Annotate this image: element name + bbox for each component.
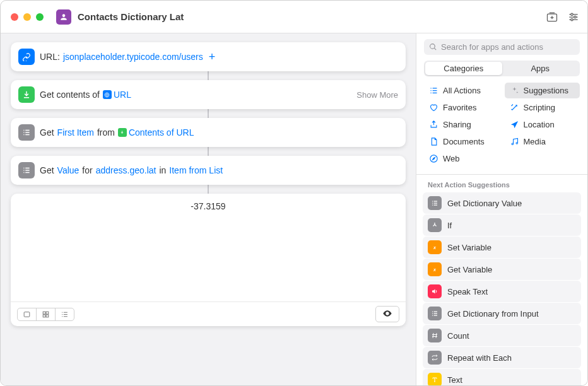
branch-icon <box>428 218 442 232</box>
search-icon <box>429 43 437 51</box>
suggestion-if[interactable]: If <box>423 214 581 236</box>
contents-variable-token[interactable]: Contents of URL <box>118 127 194 137</box>
svg-point-7 <box>571 13 573 15</box>
svg-rect-1 <box>24 312 30 317</box>
category-web[interactable]: Web <box>424 151 500 167</box>
url-value[interactable]: jsonplaceholder.typicode.com/users <box>63 52 203 62</box>
action-get-value[interactable]: Get Value for address.geo.lat in Item fr… <box>11 156 406 185</box>
keypath-token[interactable]: address.geo.lat <box>96 165 156 175</box>
category-media[interactable]: Media <box>505 134 580 149</box>
speaker-icon <box>428 284 442 298</box>
tab-apps[interactable]: Apps <box>502 62 579 75</box>
view-grid-button[interactable] <box>36 308 55 320</box>
svg-point-9 <box>571 18 573 20</box>
safari-icon <box>429 154 438 163</box>
add-url-button[interactable]: + <box>206 50 218 64</box>
repeat-icon <box>428 351 442 365</box>
list-icon <box>18 162 35 178</box>
minimize-window-button[interactable] <box>23 13 31 21</box>
suggestion-set-variable[interactable]: xSet Variable <box>423 237 581 258</box>
svg-point-8 <box>574 16 576 18</box>
result-value: -37.3159 <box>11 194 406 301</box>
web-icon <box>103 90 112 99</box>
suggestion-get-variable[interactable]: xGet Variable <box>423 259 581 280</box>
action-url[interactable]: URL: jsonplaceholder.typicode.com/users … <box>11 42 406 71</box>
connector <box>208 185 209 194</box>
result-panel: -37.3159 <box>11 194 406 326</box>
view-single-button[interactable] <box>18 308 36 320</box>
category-location[interactable]: Location <box>505 117 580 132</box>
share-icon <box>429 120 438 129</box>
suggestion-count[interactable]: Count <box>423 325 581 346</box>
svg-rect-3 <box>46 312 49 314</box>
close-window-button[interactable] <box>11 13 18 21</box>
library-toggle-button[interactable] <box>546 11 558 23</box>
window-controls <box>11 13 44 21</box>
settings-button[interactable] <box>567 11 580 23</box>
action-get-contents[interactable]: Get contents of URL Show More <box>11 80 406 109</box>
view-mode-segment <box>17 308 74 321</box>
suggestion-repeat-with-each[interactable]: Repeat with Each <box>423 347 581 368</box>
action-label: URL: <box>40 52 60 62</box>
type-token[interactable]: Value <box>57 165 79 175</box>
quick-look-button[interactable] <box>375 306 399 322</box>
category-sharing[interactable]: Sharing <box>424 117 500 132</box>
source-variable-token[interactable]: Item from List <box>169 165 223 175</box>
svg-text:x: x <box>433 267 437 272</box>
search-input[interactable]: Search for apps and actions <box>424 39 580 55</box>
category-documents[interactable]: Documents <box>424 134 500 149</box>
workflow-canvas: URL: jsonplaceholder.typicode.com/users … <box>1 33 416 385</box>
category-scripting[interactable]: Scripting <box>505 100 580 115</box>
var-icon: x <box>428 262 442 276</box>
suggestions-header: Next Action Suggestions <box>416 175 587 192</box>
connector <box>208 147 209 156</box>
var-icon: x <box>428 240 442 254</box>
nav-icon <box>510 120 519 129</box>
hash-icon <box>428 329 442 342</box>
view-list-button[interactable] <box>55 308 74 320</box>
action-get-item[interactable]: Get First Item from Contents of URL <box>11 118 406 147</box>
list-icon <box>428 196 442 210</box>
doc-icon <box>429 137 438 146</box>
shortcut-app-icon <box>56 9 71 25</box>
svg-rect-4 <box>43 315 45 317</box>
suggestion-get-dictionary-value[interactable]: Get Dictionary Value <box>423 192 581 214</box>
category-favorites[interactable]: Favorites <box>424 100 500 115</box>
item-selector-token[interactable]: First Item <box>57 127 94 137</box>
heart-icon <box>429 103 438 112</box>
sparkle-icon <box>510 86 519 95</box>
music-icon <box>510 137 519 146</box>
wand-icon <box>510 103 519 112</box>
svg-rect-2 <box>43 312 45 314</box>
connector <box>208 109 209 118</box>
library-tabs: Categories Apps <box>424 61 580 76</box>
svg-text:x: x <box>433 245 437 250</box>
suggestion-get-dictionary-from-input[interactable]: Get Dictionary from Input <box>423 303 581 324</box>
connector <box>208 71 209 80</box>
svg-rect-5 <box>46 315 49 317</box>
list-icon <box>428 307 442 320</box>
suggestion-speak-text[interactable]: Speak Text <box>423 281 581 302</box>
suggestion-text[interactable]: Text <box>423 369 581 385</box>
url-variable-token[interactable]: URL <box>103 90 131 100</box>
text-icon <box>428 373 442 385</box>
category-all-actions[interactable]: All Actions <box>424 83 500 98</box>
list-icon <box>429 86 438 95</box>
action-label: Get contents of <box>40 90 100 100</box>
show-more-button[interactable]: Show More <box>356 90 398 100</box>
library-sidebar: Search for apps and actions Categories A… <box>416 33 587 385</box>
category-suggestions[interactable]: Suggestions <box>505 83 580 98</box>
tab-categories[interactable]: Categories <box>425 62 502 75</box>
download-icon <box>18 86 35 103</box>
list-icon <box>18 124 35 141</box>
download-icon <box>118 128 127 137</box>
link-icon <box>18 49 35 65</box>
zoom-window-button[interactable] <box>36 13 44 21</box>
